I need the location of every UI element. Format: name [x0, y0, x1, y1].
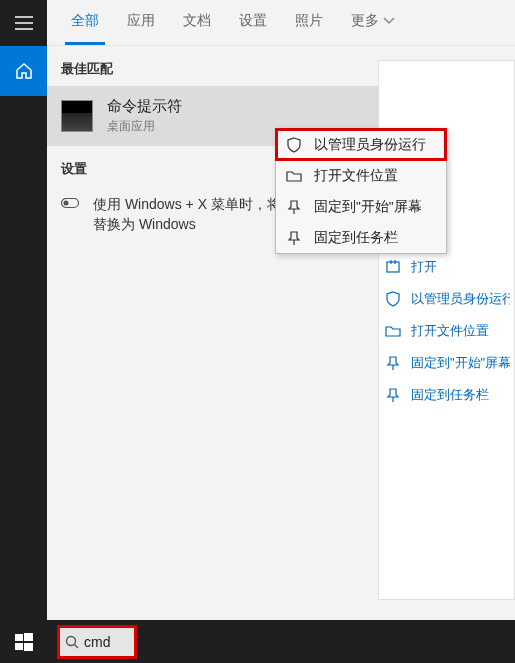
folder-icon: [286, 168, 302, 184]
preview-action-open-location[interactable]: 打开文件位置: [383, 315, 510, 347]
tab-apps[interactable]: 应用: [121, 0, 161, 45]
tab-all[interactable]: 全部: [65, 0, 105, 45]
shield-icon: [286, 137, 302, 153]
ctx-pin-to-taskbar[interactable]: 固定到任务栏: [276, 222, 446, 253]
ctx-pin-to-start[interactable]: 固定到"开始"屏幕: [276, 191, 446, 222]
tab-more[interactable]: 更多: [345, 0, 401, 45]
ctx-open-file-location[interactable]: 打开文件位置: [276, 160, 446, 191]
home-button[interactable]: [0, 46, 47, 96]
hamburger-button[interactable]: [0, 0, 47, 46]
tab-photos[interactable]: 照片: [289, 0, 329, 45]
cmd-app-icon: [61, 100, 93, 132]
start-button[interactable]: [0, 620, 47, 663]
svg-rect-20: [24, 643, 33, 651]
preview-action-pin-taskbar[interactable]: 固定到任务栏: [383, 379, 510, 411]
tab-settings[interactable]: 设置: [233, 0, 273, 45]
tab-docs[interactable]: 文档: [177, 0, 217, 45]
ctx-run-as-admin[interactable]: 以管理员身份运行: [276, 129, 446, 160]
preview-action-pin-start[interactable]: 固定到"开始"屏幕: [383, 347, 510, 379]
svg-point-21: [67, 636, 76, 645]
best-match-title: 命令提示符: [107, 97, 182, 116]
pin-icon: [286, 230, 302, 246]
search-box[interactable]: [57, 625, 137, 659]
svg-point-13: [64, 201, 69, 206]
svg-line-22: [75, 644, 79, 648]
search-icon: [60, 635, 84, 649]
windows-logo-icon: [15, 633, 33, 651]
context-menu: 以管理员身份运行 打开文件位置 固定到"开始"屏幕 固定到任务栏: [275, 128, 447, 254]
preview-action-run-admin[interactable]: 以管理员身份运行: [383, 283, 510, 315]
svg-rect-17: [15, 634, 23, 641]
chevron-down-icon: [383, 17, 395, 25]
svg-rect-18: [24, 633, 33, 641]
pin-icon: [286, 199, 302, 215]
preview-action-open[interactable]: 打开: [383, 251, 510, 283]
search-results-panel: 全部 应用 文档 设置 照片 更多 最佳匹配 命令提示符 桌面应用 设置: [47, 0, 515, 620]
taskbar: [0, 620, 515, 663]
filter-tabs: 全部 应用 文档 设置 照片 更多: [47, 0, 515, 46]
toggle-icon: [61, 197, 81, 211]
search-input[interactable]: [84, 634, 134, 650]
best-match-subtitle: 桌面应用: [107, 118, 182, 135]
start-sidebar: [0, 0, 47, 663]
svg-rect-19: [15, 643, 23, 650]
svg-rect-14: [387, 262, 399, 272]
